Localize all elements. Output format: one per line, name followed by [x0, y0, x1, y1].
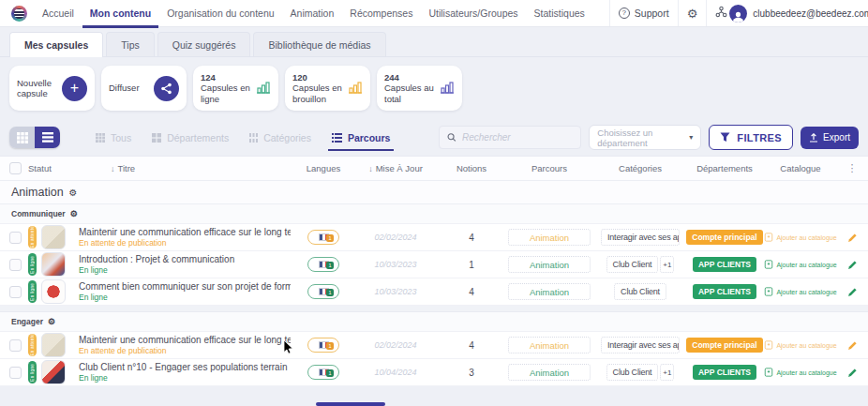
- edit-pencil-icon[interactable]: [847, 368, 858, 378]
- gear-icon[interactable]: ⚙: [48, 317, 55, 326]
- parcours-pill[interactable]: Animation: [508, 337, 591, 353]
- parcours-pill[interactable]: Animation: [508, 283, 591, 300]
- grid-view-icon[interactable]: [9, 127, 35, 148]
- capsule-title[interactable]: Club Client n°10 - Engager ses populatio…: [79, 362, 291, 372]
- table-row[interactable]: En attente Maintenir une communication e…: [0, 332, 868, 359]
- department-badge[interactable]: Compte principal: [686, 338, 762, 353]
- diffuse-card[interactable]: Diffuser: [101, 66, 187, 111]
- language-pill[interactable]: 1: [307, 257, 339, 272]
- status-bar: En ligne: [28, 361, 37, 383]
- col-titre[interactable]: Titre: [118, 163, 136, 173]
- gear-icon[interactable]: ⚙: [70, 209, 78, 218]
- select-all-checkbox[interactable]: [9, 162, 22, 174]
- capsule-title[interactable]: Maintenir une communication efficace sur…: [79, 227, 291, 237]
- export-button[interactable]: Export: [801, 127, 859, 149]
- category-pill[interactable]: Interagir avec ses ap..: [601, 337, 680, 353]
- capsules-draft-card[interactable]: 120 Capsules en brouillon: [285, 66, 370, 111]
- add-to-catalogue-button[interactable]: Ajouter au catalogue: [764, 368, 836, 377]
- parcours-pill[interactable]: Animation: [508, 256, 591, 273]
- capsule-title[interactable]: Comment bien communiquer sur son projet …: [79, 281, 291, 292]
- filter-tab-tous[interactable]: Tous: [96, 132, 131, 143]
- nav-item-animation[interactable]: Animation: [291, 8, 335, 19]
- department-select[interactable]: Choisissez un département ▾: [589, 125, 701, 150]
- edit-pencil-icon[interactable]: [847, 287, 858, 297]
- category-pill[interactable]: Interagir avec ses ap..: [601, 229, 680, 246]
- capsules-total-card[interactable]: 244 Capsules au total: [377, 66, 462, 111]
- dots-grid-icon: [249, 133, 258, 143]
- row-checkbox[interactable]: [9, 339, 22, 352]
- col-mise-a-jour[interactable]: Mise À Jour: [376, 163, 423, 173]
- add-to-catalogue-button[interactable]: Ajouter au catalogue: [764, 260, 836, 269]
- add-to-catalogue-button[interactable]: Ajouter au catalogue: [764, 287, 836, 296]
- parcours-pill[interactable]: Animation: [508, 229, 591, 246]
- row-checkbox[interactable]: [9, 367, 22, 379]
- capsule-title[interactable]: Introduction : Projet & communication: [79, 254, 291, 264]
- edit-pencil-icon[interactable]: [847, 233, 858, 243]
- language-count-badge: 1: [326, 262, 334, 269]
- bottom-scroll-indicator[interactable]: [316, 402, 385, 406]
- add-to-catalogue-icon: [764, 233, 773, 242]
- plus-icon[interactable]: +: [62, 76, 87, 101]
- table-row[interactable]: En ligne Club Client n°10 - Engager ses …: [0, 359, 868, 386]
- department-badge[interactable]: Compte principal: [686, 230, 762, 245]
- tab-bibliotheque[interactable]: Bibliothèque de médias: [253, 32, 385, 56]
- department-badge[interactable]: APP CLIENTS: [693, 284, 756, 299]
- filter-tab-categories[interactable]: Catégories: [249, 132, 311, 143]
- capsule-title[interactable]: Maintenir une communication efficace sur…: [79, 335, 291, 345]
- language-pill[interactable]: 1: [307, 284, 339, 299]
- language-pill[interactable]: 1: [307, 365, 339, 380]
- filter-tab-departements[interactable]: Départements: [152, 132, 229, 143]
- nav-item-utilisateurs[interactable]: Utilisateurs/Groupes: [428, 8, 517, 19]
- column-menu-icon[interactable]: ⋮: [847, 162, 858, 174]
- table-row[interactable]: En attente Maintenir une communication e…: [0, 224, 868, 251]
- account-menu[interactable]: clubbeedeez@beedeez.com ▾: [727, 5, 868, 23]
- col-catalogue: Catalogue: [780, 163, 820, 173]
- nav-item-organisation[interactable]: Organisation du contenu: [167, 8, 274, 19]
- edit-pencil-icon[interactable]: [847, 340, 858, 351]
- language-pill[interactable]: 1: [307, 338, 339, 353]
- add-to-catalogue-button[interactable]: Ajouter au catalogue: [764, 233, 836, 242]
- tab-tips[interactable]: Tips: [106, 32, 154, 56]
- squares-icon: [152, 133, 161, 143]
- category-extra-badge[interactable]: +1: [660, 364, 674, 381]
- settings-gear-icon[interactable]: ⚙: [687, 7, 698, 21]
- divider: [609, 0, 610, 26]
- category-pill[interactable]: Club Client: [606, 364, 659, 381]
- nav-item-accueil[interactable]: Accueil: [42, 8, 74, 19]
- subgroup-header-communiquer: Communiquer ⚙: [0, 204, 868, 224]
- nav-item-recompenses[interactable]: Récompenses: [350, 8, 412, 19]
- row-checkbox[interactable]: [9, 232, 22, 244]
- row-checkbox[interactable]: [9, 259, 22, 271]
- row-checkbox[interactable]: [9, 286, 22, 298]
- share-icon[interactable]: [154, 76, 179, 101]
- beedeez-logo-icon[interactable]: [11, 6, 27, 22]
- capsules-online-card[interactable]: 124 Capsules en ligne: [193, 66, 278, 111]
- sort-desc-icon[interactable]: ↓: [368, 164, 373, 173]
- new-capsule-card[interactable]: Nouvelle capsule +: [9, 66, 95, 111]
- table-row[interactable]: En ligne Comment bien communiquer sur so…: [0, 278, 868, 306]
- search-input[interactable]: [462, 132, 573, 143]
- sort-desc-icon[interactable]: ↓: [111, 164, 115, 173]
- parcours-pill[interactable]: Animation: [508, 364, 591, 381]
- category-pill[interactable]: Club Client: [606, 256, 659, 273]
- language-pill[interactable]: 1: [307, 230, 339, 245]
- filters-button[interactable]: FILTRES: [709, 125, 793, 150]
- category-pill[interactable]: Club Client: [614, 283, 666, 300]
- support-button[interactable]: ? Support: [619, 8, 669, 19]
- tab-quiz-suggeres[interactable]: Quiz suggérés: [157, 32, 251, 56]
- tab-mes-capsules[interactable]: Mes capsules: [9, 32, 103, 57]
- language-count-badge: 1: [326, 234, 334, 242]
- filter-tab-parcours[interactable]: Parcours: [332, 132, 391, 143]
- list-view-icon[interactable]: [35, 127, 60, 148]
- department-badge[interactable]: APP CLIENTS: [693, 365, 756, 380]
- edit-pencil-icon[interactable]: [847, 260, 858, 270]
- gear-icon[interactable]: ⚙: [69, 188, 78, 198]
- category-extra-badge[interactable]: +1: [660, 256, 674, 273]
- add-to-catalogue-button[interactable]: Ajouter au catalogue: [764, 340, 836, 350]
- org-network-icon[interactable]: [715, 6, 727, 21]
- table-row[interactable]: En ligne Introduction : Projet & communi…: [0, 251, 868, 278]
- nav-item-mon-contenu[interactable]: Mon contenu: [90, 8, 151, 19]
- department-badge[interactable]: APP CLIENTS: [693, 257, 756, 272]
- nav-item-statistiques[interactable]: Statistiques: [534, 8, 585, 19]
- col-langues: Langues: [307, 163, 340, 173]
